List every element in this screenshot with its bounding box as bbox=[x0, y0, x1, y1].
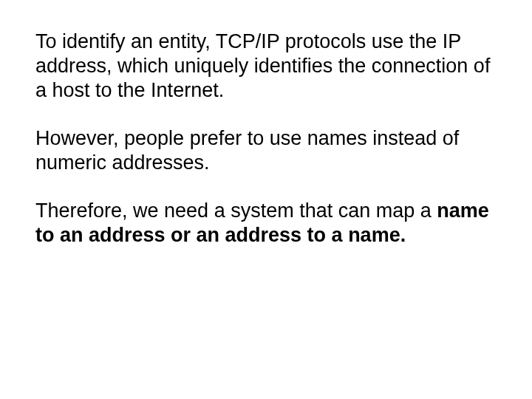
paragraph-1-text: To identify an entity, TCP/IP protocols … bbox=[35, 30, 490, 101]
paragraph-3-prefix: Therefore, we need a system that can map… bbox=[35, 200, 437, 222]
slide-content: To identify an entity, TCP/IP protocols … bbox=[35, 30, 495, 248]
paragraph-2: However, people prefer to use names inst… bbox=[35, 126, 495, 175]
paragraph-1: To identify an entity, TCP/IP protocols … bbox=[35, 30, 495, 103]
paragraph-3: Therefore, we need a system that can map… bbox=[35, 199, 495, 248]
paragraph-2-text: However, people prefer to use names inst… bbox=[35, 127, 459, 174]
